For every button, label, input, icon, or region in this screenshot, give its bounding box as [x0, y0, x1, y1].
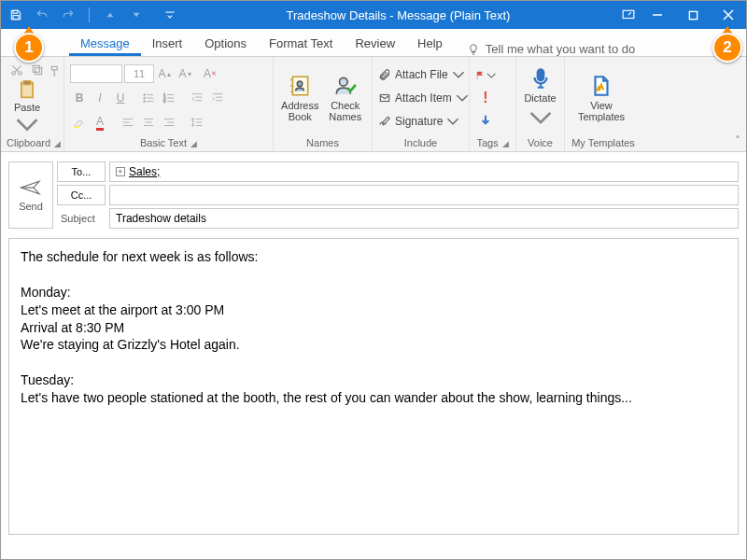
lightbulb-icon: [467, 43, 480, 56]
attach-item-icon: [378, 91, 391, 105]
next-item-icon[interactable]: [127, 6, 146, 24]
address-book-button[interactable]: AddressBook: [279, 63, 321, 133]
line-spacing-icon[interactable]: [188, 113, 206, 132]
chevron-down-icon: [15, 115, 39, 134]
save-icon[interactable]: [7, 6, 25, 24]
group-label: Clipboard◢: [7, 135, 58, 149]
qat-customize-icon[interactable]: [161, 6, 179, 24]
group-label: Tags◢: [475, 135, 510, 149]
dialog-launcher-icon[interactable]: ◢: [502, 139, 509, 148]
paperclip-icon: [378, 68, 391, 81]
low-importance-icon[interactable]: [475, 110, 496, 131]
svg-rect-0: [13, 10, 18, 13]
svg-point-46: [298, 81, 303, 86]
svg-rect-5: [689, 11, 697, 19]
dictate-button[interactable]: Dictate: [522, 63, 558, 133]
redo-icon[interactable]: [59, 6, 78, 24]
minimize-button[interactable]: [640, 1, 675, 29]
group-basic-text: 11 A▲ A▼ A✕ B I U 123: [64, 57, 274, 151]
cc-field[interactable]: [109, 185, 739, 205]
to-field[interactable]: + Sales;: [109, 161, 739, 182]
tab-options[interactable]: Options: [193, 32, 258, 56]
increase-indent-icon[interactable]: [208, 89, 227, 107]
bold-icon[interactable]: B: [70, 89, 89, 107]
svg-rect-13: [24, 81, 31, 84]
group-clipboard: Paste Clipboard◢: [1, 57, 64, 151]
align-left-icon[interactable]: [119, 113, 137, 132]
subject-field[interactable]: [109, 208, 739, 229]
svg-rect-32: [75, 126, 78, 128]
send-icon: [20, 178, 42, 197]
clear-format-icon[interactable]: A✕: [201, 64, 219, 83]
group-my-templates: ViewTemplates My Templates: [565, 57, 641, 151]
separator: [89, 7, 90, 22]
expand-recipient-icon[interactable]: +: [116, 167, 125, 176]
ribbon: Paste Clipboard◢ 11 A▲ A▼ A✕ B I: [1, 57, 746, 152]
group-names: AddressBook CheckNames Names: [274, 57, 373, 151]
undo-icon[interactable]: [33, 6, 51, 24]
tab-review[interactable]: Review: [344, 32, 406, 56]
close-button[interactable]: [711, 1, 746, 29]
svg-rect-1: [13, 16, 19, 20]
send-button[interactable]: Send: [8, 161, 53, 229]
maximize-button[interactable]: [675, 1, 711, 29]
paste-button[interactable]: Paste: [7, 80, 48, 134]
tab-insert[interactable]: Insert: [141, 32, 194, 56]
window-title: Tradeshow Details - Message (Plain Text): [179, 8, 617, 22]
collapse-ribbon-icon[interactable]: ˄: [735, 134, 740, 147]
dialog-launcher-icon[interactable]: ◢: [54, 139, 61, 148]
ribbon-display-options-icon[interactable]: [617, 9, 640, 21]
font-name-box[interactable]: [70, 64, 122, 83]
font-size-box[interactable]: 11: [124, 64, 154, 83]
copy-icon[interactable]: [28, 62, 47, 78]
align-right-icon[interactable]: [160, 113, 178, 132]
cc-button[interactable]: Cc...: [57, 185, 106, 205]
attach-file-button[interactable]: Attach File: [378, 63, 469, 86]
dialog-launcher-icon[interactable]: ◢: [190, 139, 197, 148]
ribbon-tabs: File Message Insert Options Format Text …: [1, 29, 746, 57]
subject-input[interactable]: [116, 212, 732, 225]
grow-font-icon[interactable]: A▲: [156, 64, 175, 83]
group-label: Voice: [522, 135, 558, 149]
check-names-button[interactable]: CheckNames: [325, 63, 367, 133]
view-templates-label: ViewTemplates: [578, 100, 625, 122]
align-center-icon[interactable]: [139, 113, 158, 132]
follow-up-flag-icon[interactable]: [475, 65, 496, 86]
group-label: Basic Text◢: [70, 135, 267, 149]
check-names-label: CheckNames: [329, 100, 361, 122]
tab-help[interactable]: Help: [406, 32, 454, 56]
view-templates-button[interactable]: ViewTemplates: [571, 63, 632, 133]
dictate-label: Dictate: [524, 92, 556, 104]
cut-icon[interactable]: [7, 62, 26, 78]
highlight-icon[interactable]: [70, 113, 89, 132]
bullets-icon[interactable]: [139, 89, 158, 107]
previous-item-icon[interactable]: [101, 6, 120, 24]
tab-format-text[interactable]: Format Text: [258, 32, 344, 56]
tab-message[interactable]: Message: [69, 32, 141, 56]
italic-icon[interactable]: I: [91, 89, 109, 107]
shrink-font-icon[interactable]: A▼: [176, 64, 195, 83]
subject-label: Subject: [57, 208, 106, 229]
svg-point-18: [144, 101, 146, 103]
tell-me-label: Tell me what you want to do: [486, 42, 635, 56]
signature-button[interactable]: Signature: [378, 110, 469, 133]
numbering-icon[interactable]: 123: [160, 89, 178, 107]
signature-icon: [378, 115, 391, 128]
font-color-icon[interactable]: A: [91, 113, 109, 132]
tell-me[interactable]: Tell me what you want to do: [467, 42, 635, 56]
decrease-indent-icon[interactable]: [188, 89, 206, 107]
chevron-down-icon: [529, 105, 553, 130]
recipient[interactable]: Sales;: [129, 165, 160, 178]
svg-point-50: [339, 77, 347, 86]
svg-point-16: [144, 97, 146, 99]
attach-item-button[interactable]: Attach Item: [378, 87, 469, 109]
chevron-down-icon: [456, 91, 469, 105]
to-button[interactable]: To...: [57, 161, 106, 182]
underline-icon[interactable]: U: [111, 89, 130, 107]
message-body[interactable]: The schedule for next week is as follows…: [8, 238, 739, 535]
svg-rect-10: [35, 68, 42, 75]
format-painter-icon[interactable]: [49, 63, 63, 79]
message-header: Send To... + Sales; Cc... Subject: [1, 152, 746, 234]
group-voice: Dictate Voice: [516, 57, 565, 151]
high-importance-icon[interactable]: !: [475, 88, 496, 108]
